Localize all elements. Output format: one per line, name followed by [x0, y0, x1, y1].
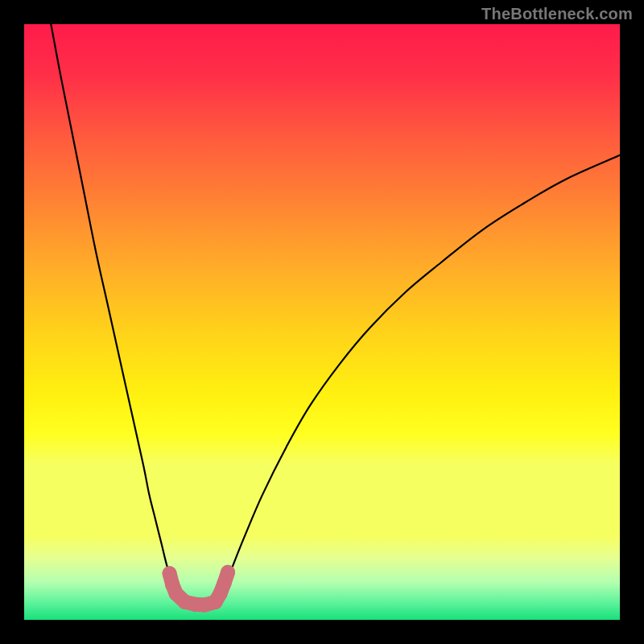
- plot-area: [24, 24, 620, 620]
- marker-dot: [221, 565, 235, 580]
- chart-frame: TheBottleneck.com: [0, 0, 644, 644]
- watermark-text: TheBottleneck.com: [481, 5, 633, 23]
- marker-layer: [24, 24, 620, 620]
- highlighted-points-group: [163, 565, 236, 613]
